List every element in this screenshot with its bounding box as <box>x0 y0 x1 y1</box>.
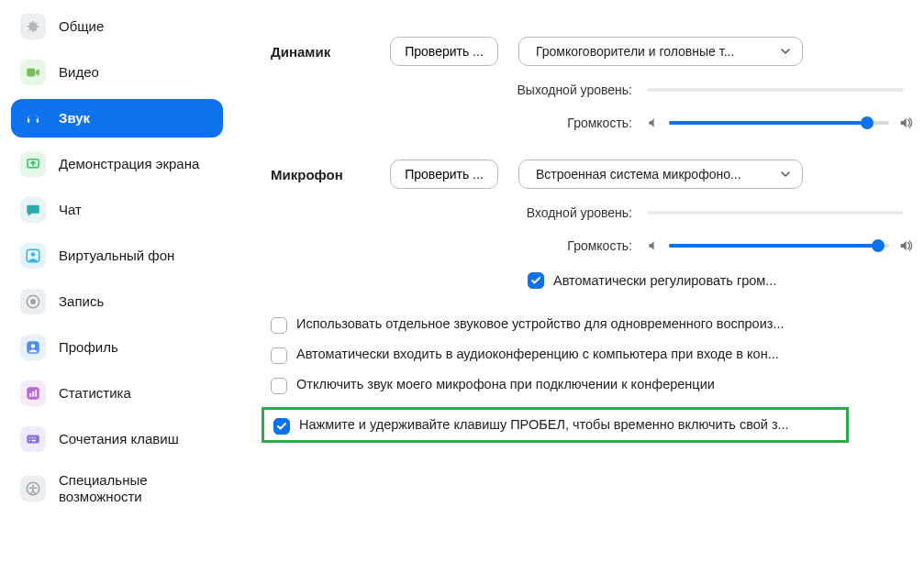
sidebar-item-audio[interactable]: Звук <box>11 99 223 138</box>
sidebar-item-stats[interactable]: Статистика <box>11 374 223 413</box>
share-icon <box>20 151 46 177</box>
mic-input-level-meter <box>647 211 904 215</box>
auto-gain-label: Автоматически регулировать гром... <box>553 273 776 288</box>
push-to-talk-highlight: Нажмите и удерживайте клавишу ПРОБЕЛ, чт… <box>262 407 849 443</box>
mic-volume-slider[interactable] <box>669 237 889 255</box>
settings-sidebar: ОбщиеВидеоЗвукДемонстрация экранаЧатВирт… <box>0 0 234 562</box>
chat-icon <box>20 197 46 223</box>
sidebar-item-share[interactable]: Демонстрация экрана <box>11 145 223 183</box>
gear-icon <box>20 14 46 39</box>
option-push_to_talk-label: Нажмите и удерживайте клавишу ПРОБЕЛ, чт… <box>299 417 789 432</box>
sidebar-item-access[interactable]: Специальные возможности <box>11 466 223 512</box>
sidebar-item-label: Видео <box>59 64 99 81</box>
sidebar-item-label: Профиль <box>59 339 118 356</box>
sidebar-item-shortcuts[interactable]: Сочетания клавиш <box>11 420 223 458</box>
chevron-down-icon <box>780 169 791 180</box>
option-push_to_talk: Нажмите и удерживайте клавишу ПРОБЕЛ, чт… <box>273 417 837 435</box>
mic-device-selected: Встроенная система микрофоно... <box>536 167 741 182</box>
speaker-volume-slider[interactable] <box>669 114 889 132</box>
input-level-label: Входной уровень: <box>271 205 647 220</box>
video-icon <box>20 60 46 85</box>
sidebar-item-label: Общие <box>59 18 104 35</box>
access-icon <box>20 476 46 501</box>
stats-icon <box>20 380 46 406</box>
auto-gain-checkbox[interactable] <box>528 272 544 289</box>
sidebar-item-chat[interactable]: Чат <box>11 191 223 229</box>
output-level-label: Выходной уровень: <box>271 83 647 97</box>
test-speaker-button[interactable]: Проверить ... <box>390 37 498 66</box>
mic-section: Микрофон Проверить ... Встроенная систем… <box>271 160 913 289</box>
sidebar-item-profile[interactable]: Профиль <box>11 328 223 367</box>
option-push_to_talk-checkbox[interactable] <box>273 418 290 435</box>
option-auto_join_audio: Автоматически входить в аудиоконференцию… <box>271 347 913 364</box>
sidebar-item-label: Сочетания клавиш <box>59 431 179 447</box>
option-mute_on_join-label: Отключить звук моего микрофона при подкл… <box>296 377 715 391</box>
sidebar-item-video[interactable]: Видео <box>11 53 223 92</box>
sidebar-item-label: Чат <box>59 202 82 218</box>
speaker-device-selected: Громкоговорители и головные т... <box>536 44 734 59</box>
headphones-icon <box>20 105 46 131</box>
option-mute_on_join-checkbox[interactable] <box>271 378 287 394</box>
sidebar-item-label: Специальные возможности <box>59 472 214 505</box>
sidebar-item-recording[interactable]: Запись <box>11 282 223 321</box>
option-mute_on_join: Отключить звук моего микрофона при подкл… <box>271 377 913 394</box>
option-auto_join_audio-label: Автоматически входить в аудиоконференцию… <box>296 347 779 361</box>
person-icon <box>20 243 46 269</box>
sidebar-item-label: Статистика <box>59 385 131 402</box>
record-icon <box>20 289 46 314</box>
option-separate_device-label: Использовать отдельное звуковое устройст… <box>296 316 785 331</box>
sidebar-item-label: Демонстрация экрана <box>59 156 199 172</box>
keyboard-icon <box>20 426 46 452</box>
sidebar-item-label: Звук <box>59 110 90 127</box>
speaker-device-select[interactable]: Громкоговорители и головные т... <box>518 37 803 66</box>
sidebar-item-label: Виртуальный фон <box>59 248 174 264</box>
volume-high-icon <box>898 238 913 253</box>
profile-icon <box>20 335 46 360</box>
auto-gain-row: Автоматически регулировать гром... <box>528 271 913 289</box>
audio-settings-pane: Динамик Проверить ... Громкоговорители и… <box>234 0 924 562</box>
option-auto_join_audio-checkbox[interactable] <box>271 347 287 364</box>
option-separate_device-checkbox[interactable] <box>271 317 287 334</box>
speaker-volume-label: Громкость: <box>271 116 647 130</box>
volume-low-icon <box>647 239 660 252</box>
sidebar-item-vbg[interactable]: Виртуальный фон <box>11 237 223 275</box>
speaker-section: Динамик Проверить ... Громкоговорители и… <box>271 37 913 132</box>
mic-volume-label: Громкость: <box>271 238 647 253</box>
mic-device-select[interactable]: Встроенная система микрофоно... <box>518 160 803 189</box>
volume-high-icon <box>898 116 913 130</box>
chevron-down-icon <box>780 46 791 57</box>
sidebar-item-general[interactable]: Общие <box>11 7 223 46</box>
test-mic-button[interactable]: Проверить ... <box>390 160 498 189</box>
audio-options: Использовать отдельное звуковое устройст… <box>271 316 913 443</box>
mic-heading: Микрофон <box>271 167 390 182</box>
volume-low-icon <box>647 116 660 129</box>
option-separate_device: Использовать отдельное звуковое устройст… <box>271 316 913 334</box>
speaker-heading: Динамик <box>271 44 390 60</box>
speaker-output-level-meter <box>647 88 904 92</box>
sidebar-item-label: Запись <box>59 293 104 310</box>
